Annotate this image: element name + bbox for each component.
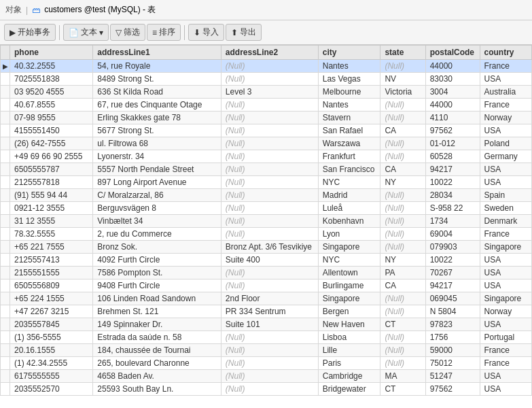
column-header-addressline1[interactable]: addressLine1 [93, 46, 221, 60]
table-cell[interactable]: Norway [480, 305, 531, 318]
table-cell[interactable]: 6505556809 [10, 279, 93, 292]
table-cell[interactable]: 28034 [425, 189, 480, 202]
table-cell[interactable]: 2035557845 [10, 318, 93, 331]
table-cell[interactable]: 31 12 3555 [10, 215, 93, 228]
table-cell[interactable]: Melbourne [318, 86, 380, 99]
text-button[interactable]: 📄 文本 ▾ [63, 24, 109, 41]
table-cell[interactable]: CA [380, 163, 425, 176]
table-cell[interactable]: 897 Long Airport Avenue [93, 176, 221, 189]
table-row[interactable]: 0921-12 3555Berguvsvägen 8(Null)Luleå(Nu… [1, 202, 532, 215]
table-cell[interactable]: Spain [480, 189, 531, 202]
table-cell[interactable]: 7586 Pompton St. [93, 267, 221, 279]
table-cell[interactable]: (Null) [380, 357, 425, 370]
table-cell[interactable]: 069045 [425, 292, 480, 305]
table-cell[interactable]: France [480, 344, 531, 357]
table-cell[interactable]: 94217 [425, 279, 480, 292]
table-cell[interactable]: Singapore [480, 241, 531, 254]
table-cell[interactable]: 10022 [425, 254, 480, 267]
table-cell[interactable]: Berguvsvägen 8 [93, 202, 221, 215]
table-cell[interactable]: 4155551450 [10, 124, 93, 137]
table-cell[interactable]: 149 Spinnaker Dr. [93, 318, 221, 331]
table-cell[interactable]: (Null) [380, 189, 425, 202]
table-cell[interactable]: 5677 Strong St. [93, 124, 221, 137]
table-cell[interactable]: +47 2267 3215 [10, 305, 93, 318]
table-cell[interactable]: 3004 [425, 86, 480, 99]
table-cell[interactable]: 69004 [425, 228, 480, 241]
table-cell[interactable]: (Null) [380, 241, 425, 254]
table-cell[interactable]: 40.32.2555 [10, 60, 93, 73]
table-cell[interactable]: 94217 [425, 163, 480, 176]
table-cell[interactable]: Cambridge [318, 370, 380, 383]
table-cell[interactable]: 4110 [425, 112, 480, 124]
table-cell[interactable]: (Null) [221, 202, 318, 215]
table-cell[interactable]: 1756 [425, 331, 480, 344]
table-cell[interactable]: 265, boulevard Charonne [93, 357, 221, 370]
table-cell[interactable]: Denmark [480, 215, 531, 228]
table-cell[interactable]: (Null) [380, 150, 425, 163]
table-cell[interactable]: Allentown [318, 267, 380, 279]
table-cell[interactable]: 6505555787 [10, 163, 93, 176]
table-cell[interactable]: (Null) [221, 112, 318, 124]
table-cell[interactable]: ul. Filtrowa 68 [93, 137, 221, 150]
table-cell[interactable]: (Null) [380, 99, 425, 112]
table-cell[interactable]: 44000 [425, 99, 480, 112]
table-cell[interactable]: NY [380, 254, 425, 267]
table-cell[interactable]: Vinbæltet 34 [93, 215, 221, 228]
table-cell[interactable]: Lyon [318, 228, 380, 241]
table-cell[interactable]: (Null) [221, 267, 318, 279]
table-row[interactable]: 41555514505677 Strong St.(Null)San Rafae… [1, 124, 532, 137]
table-row[interactable]: +65 224 1555106 Linden Road Sandown2nd F… [1, 292, 532, 305]
table-cell[interactable]: NYC [318, 254, 380, 267]
table-cell[interactable]: +49 69 66 90 2555 [10, 150, 93, 163]
table-row[interactable]: 61755555554658 Baden Av.(Null)CambridgeM… [1, 370, 532, 383]
import-button[interactable]: ⬇ 导入 [188, 24, 224, 41]
table-cell[interactable]: Portugal [480, 331, 531, 344]
table-row[interactable]: ▶40.32.255554, rue Royale(Null)Nantes(Nu… [1, 60, 532, 73]
table-cell[interactable]: +65 224 1555 [10, 292, 93, 305]
table-row[interactable]: 2125557818897 Long Airport Avenue(Null)N… [1, 176, 532, 189]
table-cell[interactable]: PA [380, 267, 425, 279]
table-row[interactable]: 03 9520 4555636 St Kilda RoadLevel 3Melb… [1, 86, 532, 99]
table-cell[interactable]: France [480, 60, 531, 73]
table-cell[interactable]: Madrid [318, 189, 380, 202]
table-cell[interactable]: Kobenhavn [318, 215, 380, 228]
table-cell[interactable]: 636 St Kilda Road [93, 86, 221, 99]
table-row[interactable]: (1) 42.34.2555265, boulevard Charonne(Nu… [1, 357, 532, 370]
table-cell[interactable]: France [480, 99, 531, 112]
table-cell[interactable]: Stavern [318, 112, 380, 124]
table-cell[interactable]: Warszawa [318, 137, 380, 150]
table-cell[interactable]: Suite 400 [221, 254, 318, 267]
table-row[interactable]: 70255518388489 Strong St.(Null)Las Vegas… [1, 73, 532, 86]
table-cell[interactable]: (Null) [221, 99, 318, 112]
table-cell[interactable]: (Null) [221, 150, 318, 163]
filter-button[interactable]: ▽ 筛选 [110, 24, 145, 41]
table-cell[interactable]: (Null) [380, 112, 425, 124]
table-cell[interactable]: Bergen [318, 305, 380, 318]
table-cell[interactable]: MA [380, 370, 425, 383]
column-header-city[interactable]: city [318, 46, 380, 60]
table-cell[interactable]: 97562 [425, 383, 480, 396]
table-cell[interactable]: (Null) [380, 60, 425, 73]
table-cell[interactable]: USA [480, 254, 531, 267]
table-cell[interactable]: (Null) [380, 228, 425, 241]
table-row[interactable]: 21555515557586 Pompton St.(Null)Allentow… [1, 267, 532, 279]
column-header-addressline2[interactable]: addressLine2 [221, 46, 318, 60]
table-row[interactable]: 65055568099408 Furth Circle(Null)Burling… [1, 279, 532, 292]
table-cell[interactable]: 2125557818 [10, 176, 93, 189]
table-cell[interactable]: Germany [480, 150, 531, 163]
table-cell[interactable]: (Null) [380, 292, 425, 305]
table-cell[interactable]: Sweden [480, 202, 531, 215]
table-cell[interactable]: Luleå [318, 202, 380, 215]
table-cell[interactable]: 5557 North Pendale Street [93, 163, 221, 176]
table-row[interactable]: 07-98 9555Erling Skakkes gate 78(Null)St… [1, 112, 532, 124]
column-header-state[interactable]: state [380, 46, 425, 60]
table-cell[interactable]: (Null) [380, 331, 425, 344]
table-cell[interactable]: NV [380, 73, 425, 86]
table-cell[interactable]: CA [380, 279, 425, 292]
table-cell[interactable]: (Null) [221, 383, 318, 396]
table-cell[interactable]: (Null) [221, 331, 318, 344]
table-cell[interactable]: (Null) [380, 137, 425, 150]
table-row[interactable]: +65 221 7555Bronz Sok.Bronz Apt. 3/6 Tes… [1, 241, 532, 254]
table-cell[interactable]: NY [380, 176, 425, 189]
table-cell[interactable]: Norway [480, 112, 531, 124]
